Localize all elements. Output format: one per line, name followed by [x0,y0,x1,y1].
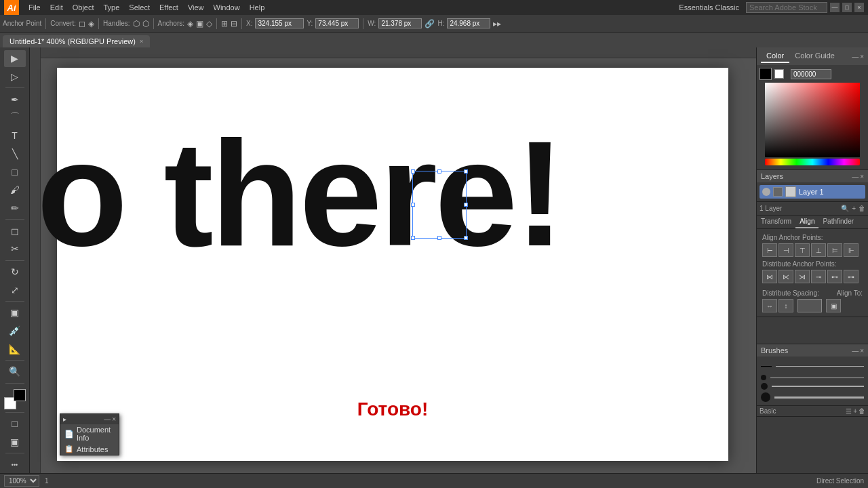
artboard[interactable]: o there! Готово! [57,68,728,461]
window-close-button[interactable]: × [854,3,864,12]
brush-item-4[interactable] [760,392,865,403]
transform-icon[interactable]: ⊞ [221,19,228,28]
rotate-tool-button[interactable]: ↻ [4,264,26,281]
shape-tool-button[interactable]: □ [4,163,26,180]
float-panel-doc-info-item[interactable]: 📄 Document Info [60,424,119,443]
gradient-tool-button[interactable]: ▣ [4,304,26,321]
anchors-icon-2[interactable]: ▣ [196,19,203,28]
menu-select[interactable]: Select [125,2,154,13]
workspace-label[interactable]: Essentials Classic [675,2,743,13]
menu-edit[interactable]: Edit [46,2,67,13]
brush-item-1[interactable]: — [760,359,865,373]
document-tab[interactable]: Untitled-1* 400% (RGB/GPU Preview) × [3,35,150,47]
line-tool-button[interactable]: ╲ [4,145,26,162]
brushes-options-icon[interactable]: ☰ [846,407,852,415]
window-minimize-button[interactable]: — [830,3,840,12]
align-bottom-button[interactable]: ⊩ [844,243,859,257]
fill-mode-button[interactable]: □ [4,415,26,432]
brushes-panel-close-icon[interactable]: × [860,347,864,354]
dist-left-button[interactable]: ⋈ [762,270,777,283]
handles-icon-1[interactable]: ⬡ [133,19,140,28]
float-panel-close-icon[interactable]: × [112,415,116,423]
menu-view[interactable]: View [184,2,208,13]
hex-color-input[interactable] [791,69,831,79]
direct-selection-tool-button[interactable]: ▷ [4,68,26,85]
layers-delete-icon[interactable]: 🗑 [859,205,865,212]
layer-lock-icon[interactable] [773,187,783,197]
layer-visibility-toggle[interactable] [762,188,770,196]
align-sub-tab[interactable]: Align [795,216,818,228]
layers-search-icon[interactable]: 🔍 [841,205,849,212]
menu-file[interactable]: File [24,2,45,13]
dist-right-button[interactable]: ⋊ [795,270,810,283]
float-panel-minimize-icon[interactable]: — [104,415,111,423]
align-left-button[interactable]: ⊢ [762,243,777,257]
brushes-panel-minimize-icon[interactable]: — [852,347,859,354]
layers-panel-header[interactable]: Layers — × [757,170,868,182]
more-tools-button[interactable]: ••• [4,456,26,473]
zoom-tool-button[interactable]: 🔍 [4,363,26,380]
hue-slider[interactable] [765,159,860,165]
canvas-area[interactable]: o there! Готово! ▸ — × [30,47,756,473]
color-panel-minimize-icon[interactable]: — [852,53,859,60]
align-icon[interactable]: ⊟ [231,19,237,28]
brushes-delete-icon[interactable]: 🗑 [859,407,865,415]
color-panel-close-icon[interactable]: × [860,53,864,60]
dist-space-h-button[interactable]: ↔ [762,299,777,312]
dist-bottom-button[interactable]: ⊶ [844,270,859,283]
color-tab-color[interactable]: Color [761,49,789,63]
align-to-selection-button[interactable]: ▣ [826,299,841,312]
scissors-tool-button[interactable]: ✂ [4,241,26,258]
curvature-tool-button[interactable]: ⌒ [4,109,26,126]
dist-center-h-button[interactable]: ⋉ [778,270,793,283]
align-center-v-button[interactable]: ⊨ [827,243,842,257]
dist-top-button[interactable]: ⊸ [811,270,826,283]
color-gradient-picker[interactable] [765,83,860,157]
convert-icon-2[interactable]: ◈ [88,19,94,28]
layer-item[interactable]: Layer 1 [760,185,865,199]
h-input[interactable] [447,18,490,28]
brush-item-2[interactable] [760,374,865,381]
fg-color-box[interactable] [760,68,772,80]
brushes-add-icon[interactable]: + [853,407,857,415]
layers-panel-minimize-icon[interactable]: — [852,173,859,180]
scale-tool-button[interactable]: ⤢ [4,281,26,298]
anchors-icon-3[interactable]: ◇ [206,19,212,28]
eraser-tool-button[interactable]: ◻ [4,222,26,239]
measure-tool-button[interactable]: 📐 [4,340,26,357]
link-wh-icon[interactable]: 🔗 [425,19,435,28]
brush-item-3[interactable] [760,382,865,390]
zoom-select[interactable]: 100% [4,475,39,487]
text-tool-button[interactable]: T [4,127,26,144]
convert-icon-1[interactable]: ◻ [79,19,85,28]
menu-window[interactable]: Window [210,2,244,13]
bg-color-box[interactable] [774,69,784,79]
float-panel-header[interactable]: ▸ — × [60,414,119,424]
y-input[interactable] [315,18,359,28]
align-center-h-button[interactable]: ⊣ [778,243,793,257]
handles-icon-2[interactable]: ⬡ [142,19,149,28]
selection-tool-button[interactable]: ▶ [4,50,26,67]
window-maximize-button[interactable]: □ [842,3,852,12]
distribute-value-input[interactable] [797,299,822,312]
align-top-button[interactable]: ⊥ [811,243,826,257]
dist-center-v-button[interactable]: ⊷ [827,270,842,283]
more-options-icon[interactable]: ▸▸ [493,19,501,28]
menu-object[interactable]: Object [68,2,98,13]
layers-add-icon[interactable]: + [852,205,856,212]
tab-close-icon[interactable]: × [140,38,143,45]
transform-sub-tab[interactable]: Transform [757,216,795,228]
color-panel-header[interactable]: Color Color Guide — × [757,47,868,65]
pathfinder-sub-tab[interactable]: Pathfinder [818,216,858,228]
align-right-button[interactable]: ⊤ [795,243,810,257]
eyedropper-tool-button[interactable]: 💉 [4,323,26,340]
stroke-color-swatch[interactable] [14,389,26,401]
dist-space-v-button[interactable]: ↕ [778,299,793,312]
color-tab-guide[interactable]: Color Guide [789,49,840,63]
menu-type[interactable]: Type [100,2,124,13]
layers-panel-close-icon[interactable]: × [860,173,864,180]
paintbrush-tool-button[interactable]: 🖌 [4,182,26,199]
screen-mode-button[interactable]: ▣ [4,434,26,451]
pencil-tool-button[interactable]: ✏ [4,200,26,217]
float-panel-attributes-item[interactable]: 📋 Attributes [60,443,119,455]
